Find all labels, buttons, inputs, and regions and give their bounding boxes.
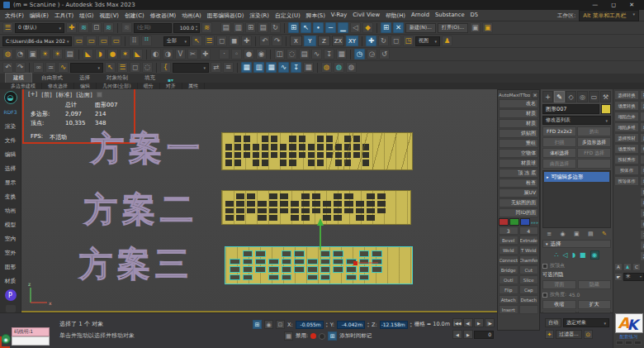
- plan-three-text[interactable]: 方案三: [79, 241, 193, 287]
- automax-button-烘贴图[interactable]: 烘贴图: [499, 129, 538, 138]
- facade-model-3-selected[interactable]: [225, 246, 413, 284]
- placement-icon[interactable]: ◳: [403, 36, 414, 46]
- strip-button-修改[interactable]: 修改: [640, 219, 644, 229]
- save-plus-icon[interactable]: ▣: [482, 22, 493, 33]
- menu-item[interactable]: Substance: [435, 12, 465, 20]
- x-coordinate-field[interactable]: -0.055m: [296, 321, 324, 329]
- modifier-button-empty[interactable]: [577, 159, 611, 169]
- move-icon[interactable]: ✚: [241, 36, 252, 46]
- poly-button-Insert[interactable]: Insert: [499, 305, 519, 314]
- mute-dot-icon[interactable]: [319, 333, 325, 340]
- active-layer-dropdown[interactable]: 0 (默认)▾: [15, 23, 64, 33]
- dope-sheet-icon[interactable]: ↧: [291, 62, 301, 73]
- ribbon-tab-自由形式[interactable]: 自由形式: [34, 74, 70, 83]
- digit-button-3[interactable]: 3: [499, 226, 519, 235]
- menu-item[interactable]: 渲染(R): [249, 12, 269, 20]
- hand-icon[interactable]: ☛: [614, 273, 623, 281]
- strip-button-EPI[interactable]: EPI: [640, 112, 644, 122]
- toolbar-icon[interactable]: ▤: [220, 22, 231, 33]
- sidebar-item-文件[interactable]: 文件: [5, 133, 17, 147]
- strip-button-塌陷[interactable]: 塌陷: [640, 176, 644, 186]
- strip-button-材质[interactable]: 材质: [640, 198, 644, 207]
- strip-button-选择转换[interactable]: 选择转换: [614, 90, 639, 100]
- modifier-button-扫描[interactable]: 扫描: [542, 137, 576, 147]
- automax-button-顶 冻 底[interactable]: 顶 冻 底: [499, 169, 538, 178]
- viewport-menu-shading[interactable]: [标准]: [56, 91, 72, 99]
- automax-button-检查[interactable]: 检查: [499, 179, 538, 188]
- polygon-icon[interactable]: ■: [580, 251, 586, 259]
- by-angle-value[interactable]: 45.0: [569, 292, 580, 298]
- sidebar-item-渲染[interactable]: 渲染: [5, 119, 17, 133]
- undo-icon[interactable]: ↶: [2, 62, 13, 73]
- plugin-logo-icon[interactable]: ◒: [4, 91, 17, 104]
- area-light-icon[interactable]: ◣: [132, 49, 143, 60]
- mirror-icon[interactable]: ◫: [274, 49, 285, 60]
- menu-item[interactable]: 创建(C): [125, 12, 144, 20]
- layer-list-icon[interactable]: ≋: [78, 22, 89, 33]
- menu-item[interactable]: Arnold: [411, 12, 429, 20]
- material-icon[interactable]: ◔: [15, 49, 26, 60]
- strip-button-场景按组[interactable]: 场景按组: [614, 144, 639, 154]
- soft-select-4-icon[interactable]: ◉: [256, 49, 267, 60]
- curve-editor-icon[interactable]: ▤: [299, 49, 310, 60]
- current-frame-field[interactable]: 0: [474, 331, 494, 339]
- mini-button-a[interactable]: A: [614, 263, 623, 271]
- minimize-icon[interactable]: —: [592, 2, 598, 8]
- toolbar-icon[interactable]: ⊞: [245, 22, 256, 33]
- sidebar-item-编辑[interactable]: 编辑: [5, 147, 17, 161]
- rect-select-icon[interactable]: ◻: [130, 62, 140, 73]
- strip-button-塌性[interactable]: 塌性: [640, 122, 644, 132]
- poly-button-Bevel[interactable]: Bevel: [499, 236, 519, 245]
- select-by-name-icon[interactable]: ☰: [204, 36, 215, 46]
- sidebar-item-选择[interactable]: 选择: [5, 161, 17, 175]
- layer-props-icon[interactable]: ≋: [121, 22, 132, 33]
- unit-dropdown[interactable]: 米▾: [623, 273, 644, 281]
- color-swatch[interactable]: [520, 218, 530, 226]
- menu-item[interactable]: 帮助(H): [386, 12, 405, 20]
- named-selection-dropdown[interactable]: ▾: [70, 63, 103, 73]
- scene-explorer-icon[interactable]: ▦: [241, 62, 252, 73]
- automax-button-改名[interactable]: 改名: [499, 99, 538, 108]
- axis-z-button[interactable]: Z: [318, 36, 330, 46]
- plan-two-text[interactable]: 方案二: [84, 187, 198, 232]
- sun-light-icon[interactable]: ✶: [120, 49, 130, 60]
- menu-item[interactable]: Civil View: [353, 12, 380, 20]
- add-icon[interactable]: ✚: [200, 49, 211, 60]
- camera-icon[interactable]: ▣: [27, 49, 38, 60]
- time-tag-icon[interactable]: ⊞: [328, 331, 337, 341]
- playback-button[interactable]: ◀|: [463, 318, 473, 327]
- redo-icon[interactable]: ↷: [272, 36, 282, 46]
- angle-snap-icon[interactable]: ◁: [350, 22, 361, 33]
- viewport-front[interactable]: [+] [前] [标准] [边面] 总计 图形007 多边形: 2,097 21…: [21, 89, 497, 312]
- poly-button-Attach[interactable]: Attach: [499, 295, 519, 304]
- axis-constraint-icon[interactable]: ✕: [393, 22, 404, 33]
- menu-item[interactable]: 图形编辑器(D): [207, 12, 244, 20]
- select-object-icon[interactable]: ↖: [105, 62, 116, 73]
- by-vertex-checkbox[interactable]: [542, 264, 547, 269]
- stack-toolbar-icon[interactable]: ◉: [560, 231, 565, 237]
- menu-item[interactable]: 编辑(E): [30, 12, 49, 20]
- new-button[interactable]: 新建(N)...: [405, 23, 436, 33]
- vray-icon[interactable]: V: [175, 49, 186, 60]
- maxscript-listener-input[interactable]: [12, 336, 50, 346]
- digit-button-4[interactable]: 4: [519, 226, 539, 235]
- playback-button[interactable]: |▶: [485, 318, 495, 327]
- menu-item[interactable]: 工具(T): [54, 12, 73, 20]
- poly-button-Weld[interactable]: Weld: [499, 246, 519, 255]
- add-time-tag[interactable]: 添加时间标记: [339, 332, 372, 340]
- time-config-icon[interactable]: ◷: [354, 49, 365, 60]
- link-icon[interactable]: ∞: [33, 62, 44, 73]
- snap-face-icon[interactable]: ▁: [338, 22, 348, 33]
- automax-button-展UV[interactable]: 展UV: [499, 188, 538, 198]
- folder-project-icon[interactable]: ▭: [73, 36, 84, 46]
- sidebar-item-模型[interactable]: 模型: [5, 217, 17, 231]
- snap-dot-icon[interactable]: ∙: [313, 22, 324, 33]
- strip-button-塌陷多维[interactable]: 塌陷多维: [614, 122, 639, 132]
- lasso-select-icon[interactable]: ◌: [142, 62, 153, 73]
- by-angle-checkbox[interactable]: [542, 293, 547, 298]
- strip-button-属性[interactable]: 属性: [640, 133, 644, 143]
- playback-button[interactable]: ▶: [474, 318, 484, 327]
- ribbon-tab-选择[interactable]: 选择: [72, 74, 97, 83]
- axis-y-button[interactable]: Y: [304, 36, 316, 46]
- y-coordinate-field[interactable]: -4.042m: [337, 321, 365, 329]
